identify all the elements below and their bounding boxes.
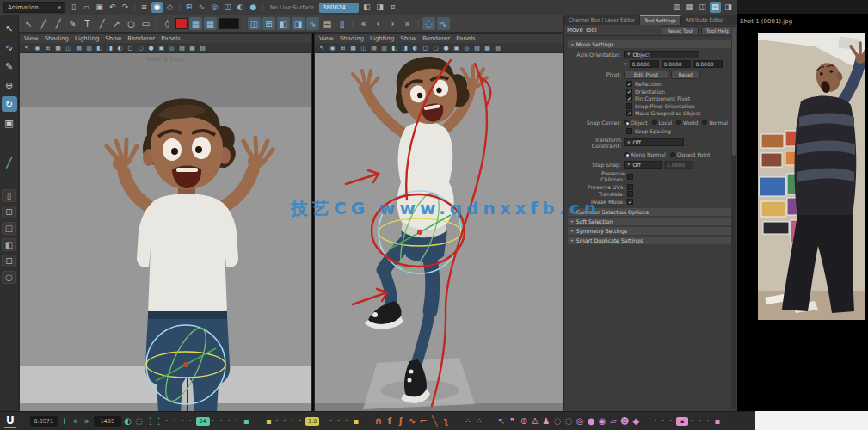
option-checkbox-row[interactable]: Preserve Children: [580,170,734,182]
snap-curve-icon[interactable]: ∿ [196,2,207,13]
prev-key-button[interactable]: « [71,416,80,426]
animbot-logo[interactable]: U [4,415,16,428]
vp-isolate-select-icon[interactable]: ◐ [115,44,125,52]
checkbox[interactable] [626,89,632,95]
rect-tool-icon[interactable]: ▭ [139,17,152,30]
tangent-spline-icon[interactable]: ʃ [397,415,405,427]
radio-option[interactable]: Along Normal [624,151,666,157]
pose-dots-right[interactable]: · · · · [322,417,349,425]
viewport-menu-item[interactable]: Shading [45,35,69,42]
paint-select-tool[interactable]: ✎ [2,58,17,74]
vp-shadows-icon[interactable]: ▨ [177,44,187,52]
option-checkbox-row[interactable]: Orientation [626,89,734,95]
frame-prev-icon[interactable]: ◧ [277,17,290,30]
decrement-button[interactable]: − [19,416,28,426]
micro-rotate-icon[interactable]: ∴ [475,417,483,425]
next-key-button[interactable]: » [83,416,91,426]
loop-button[interactable]: ◐ [124,416,132,426]
select-tool[interactable]: ↖ [2,21,17,36]
render-icon[interactable]: ◧ [361,2,372,13]
option-checkbox-row[interactable]: Move Grouped as Object [626,110,734,116]
pose-library-icon[interactable]: ◆ [631,416,640,426]
prev-frame-icon[interactable]: ‹ [372,17,385,30]
vp-resolution-gate-icon[interactable]: ◫ [64,44,73,52]
tween-slider-chip[interactable]: 24 [196,417,210,426]
vp-gate-mask-icon[interactable]: ▤ [369,44,379,52]
vp-grid-icon[interactable]: ⊞ [338,44,348,52]
vp-xray-icon[interactable]: ◻ [421,44,430,52]
grab-tool-icon[interactable]: ⊕ [520,416,528,426]
vp-film-gate-icon[interactable]: ▦ [53,44,63,52]
viewport-menu-item[interactable]: Lighting [75,35,99,42]
curve-key-icon[interactable]: ∿ [306,17,319,30]
move-settings-section[interactable]: ▾ Move Settings [568,40,734,48]
vp-safe-action-icon[interactable]: ◧ [390,44,399,52]
channel-box-toggle[interactable]: ◫ [697,2,708,13]
vp-field-chart-icon[interactable]: ▥ [84,44,94,52]
vp-ao-icon[interactable]: ▩ [483,44,492,52]
select-object-icon[interactable]: ◉ [151,2,163,13]
attribute-editor-toggle[interactable]: ◨ [723,2,734,13]
separator[interactable]: | [241,17,246,30]
tab-attribute-editor[interactable]: Attribute Editor [681,15,729,25]
vp-shaded-icon[interactable]: ● [146,44,156,52]
vp-select-icon[interactable]: ↖ [317,44,327,52]
transform-constraint-dropdown[interactable]: ▾ Off [624,138,684,146]
viewport-menu-item[interactable]: View [24,35,39,42]
vp-shadows-icon[interactable]: ▨ [472,44,482,52]
run-figure-icon[interactable]: ♟ [542,416,551,426]
checkbox[interactable] [627,184,633,190]
last-used-tool[interactable]: ╱ [2,155,17,170]
face-icon[interactable]: ☻ [620,416,629,426]
step-size-field[interactable] [664,161,693,169]
undo-icon[interactable]: ↶ [107,2,118,13]
clipboard-icon[interactable]: ▤ [321,17,334,30]
separator[interactable]: | [154,17,159,30]
panel-scrollbar[interactable] [731,26,736,409]
tween-end-marker[interactable]: ▪ [242,416,250,426]
checkbox[interactable] [626,103,632,109]
stroke-tool-icon[interactable]: ╱ [52,17,65,30]
vp-lock-camera-icon[interactable]: ◉ [33,44,42,52]
snap-grid-icon[interactable]: ⊞ [183,2,194,13]
viewport-menu-item[interactable]: Lighting [370,35,394,42]
separator[interactable]: | [132,2,137,13]
pencil-tool-icon[interactable]: ✎ [66,17,79,30]
tween-value-field[interactable]: 0.8571 [30,416,58,427]
go-end-icon[interactable]: » [401,17,414,30]
vp-aa-icon[interactable]: ▧ [493,44,502,52]
pink-end-marker[interactable]: ▪ [713,416,722,426]
vp-grid-icon[interactable]: ⊞ [43,44,52,52]
frame-thumb-2[interactable]: ▦ [204,17,217,30]
snap-point-icon[interactable]: ◎ [209,2,220,13]
text-tool-icon[interactable]: T [81,17,94,30]
checkbox[interactable] [626,95,632,101]
layout-four-pane[interactable]: ⊞ [2,206,16,218]
save-scene-icon[interactable]: ▣ [94,2,105,13]
axis-orientation-dropdown[interactable]: ▾ Object [624,51,699,58]
separator[interactable]: | [416,17,421,30]
viewport-canvas[interactable] [315,53,563,412]
vp-film-gate-icon[interactable]: ▦ [348,44,358,52]
tangent-ease-icon[interactable]: ſ [385,415,394,427]
radio-option[interactable]: World [676,120,698,126]
option-checkbox-row[interactable]: Translate: [580,191,734,197]
ghost-2-icon[interactable]: ◌ [564,416,573,426]
modeling-toolkit-toggle[interactable]: ▥ [671,2,682,13]
cursor-tool-icon[interactable]: ↖ [497,416,506,426]
vp-textured-icon[interactable]: ▣ [452,44,461,52]
comment-tool-icon[interactable]: ❞ [508,416,517,426]
step-snap-dropdown[interactable]: ▾ Off [624,161,662,169]
ghost-5-icon[interactable]: ◉ [598,416,606,426]
doc-icon[interactable]: ▯ [336,17,348,30]
collapsed-section[interactable]: ▸ Symmetry Settings [568,227,734,235]
frame-grid-icon[interactable]: ⊞ [262,17,275,30]
vp-isolate-select-icon[interactable]: ◐ [410,44,420,52]
select-arrow-icon[interactable]: ↖ [22,17,35,30]
folder-icon[interactable]: ▱ [609,416,618,426]
pose-start-marker[interactable]: ▪ [264,416,273,426]
pink-dots-left[interactable]: · · · [654,417,674,425]
tangent-linear-icon[interactable]: ╲ [430,415,439,427]
pink-slider-chip[interactable]: ▪ [676,417,688,426]
open-scene-icon[interactable]: ▱ [81,2,92,13]
